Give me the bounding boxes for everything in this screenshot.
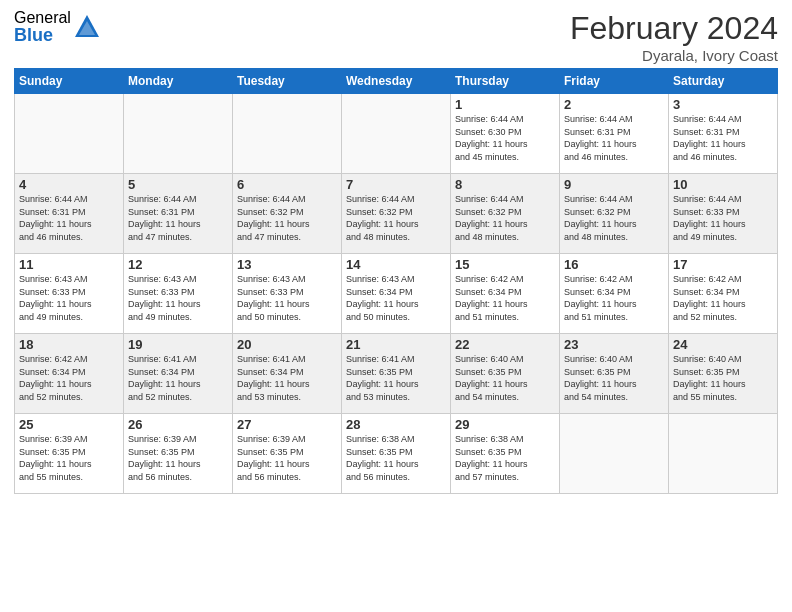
- page: General Blue February 2024 Dyarala, Ivor…: [0, 0, 792, 612]
- calendar-cell: 7Sunrise: 6:44 AM Sunset: 6:32 PM Daylig…: [342, 174, 451, 254]
- day-number: 6: [237, 177, 337, 192]
- calendar-cell: 25Sunrise: 6:39 AM Sunset: 6:35 PM Dayli…: [15, 414, 124, 494]
- day-number: 19: [128, 337, 228, 352]
- day-number: 18: [19, 337, 119, 352]
- day-number: 25: [19, 417, 119, 432]
- calendar-cell: 6Sunrise: 6:44 AM Sunset: 6:32 PM Daylig…: [233, 174, 342, 254]
- calendar-cell: [124, 94, 233, 174]
- day-info: Sunrise: 6:42 AM Sunset: 6:34 PM Dayligh…: [564, 273, 664, 323]
- day-info: Sunrise: 6:44 AM Sunset: 6:32 PM Dayligh…: [455, 193, 555, 243]
- day-number: 24: [673, 337, 773, 352]
- calendar-cell: 11Sunrise: 6:43 AM Sunset: 6:33 PM Dayli…: [15, 254, 124, 334]
- col-friday: Friday: [560, 69, 669, 94]
- week-row-0: 1Sunrise: 6:44 AM Sunset: 6:30 PM Daylig…: [15, 94, 778, 174]
- day-info: Sunrise: 6:41 AM Sunset: 6:35 PM Dayligh…: [346, 353, 446, 403]
- day-number: 11: [19, 257, 119, 272]
- day-info: Sunrise: 6:39 AM Sunset: 6:35 PM Dayligh…: [128, 433, 228, 483]
- day-number: 2: [564, 97, 664, 112]
- calendar-cell: 2Sunrise: 6:44 AM Sunset: 6:31 PM Daylig…: [560, 94, 669, 174]
- calendar-cell: 8Sunrise: 6:44 AM Sunset: 6:32 PM Daylig…: [451, 174, 560, 254]
- day-info: Sunrise: 6:43 AM Sunset: 6:33 PM Dayligh…: [128, 273, 228, 323]
- day-number: 4: [19, 177, 119, 192]
- calendar-cell: [669, 414, 778, 494]
- calendar-cell: 22Sunrise: 6:40 AM Sunset: 6:35 PM Dayli…: [451, 334, 560, 414]
- calendar-cell: 24Sunrise: 6:40 AM Sunset: 6:35 PM Dayli…: [669, 334, 778, 414]
- calendar-cell: 27Sunrise: 6:39 AM Sunset: 6:35 PM Dayli…: [233, 414, 342, 494]
- day-info: Sunrise: 6:40 AM Sunset: 6:35 PM Dayligh…: [564, 353, 664, 403]
- calendar-cell: 17Sunrise: 6:42 AM Sunset: 6:34 PM Dayli…: [669, 254, 778, 334]
- calendar-cell: 21Sunrise: 6:41 AM Sunset: 6:35 PM Dayli…: [342, 334, 451, 414]
- calendar-cell: 13Sunrise: 6:43 AM Sunset: 6:33 PM Dayli…: [233, 254, 342, 334]
- day-number: 23: [564, 337, 664, 352]
- day-number: 26: [128, 417, 228, 432]
- day-info: Sunrise: 6:44 AM Sunset: 6:31 PM Dayligh…: [128, 193, 228, 243]
- day-number: 13: [237, 257, 337, 272]
- day-info: Sunrise: 6:44 AM Sunset: 6:32 PM Dayligh…: [346, 193, 446, 243]
- header: General Blue February 2024 Dyarala, Ivor…: [14, 10, 778, 64]
- day-number: 5: [128, 177, 228, 192]
- day-info: Sunrise: 6:40 AM Sunset: 6:35 PM Dayligh…: [455, 353, 555, 403]
- day-info: Sunrise: 6:39 AM Sunset: 6:35 PM Dayligh…: [237, 433, 337, 483]
- title-area: February 2024 Dyarala, Ivory Coast: [570, 10, 778, 64]
- day-number: 29: [455, 417, 555, 432]
- col-monday: Monday: [124, 69, 233, 94]
- week-row-3: 18Sunrise: 6:42 AM Sunset: 6:34 PM Dayli…: [15, 334, 778, 414]
- week-row-4: 25Sunrise: 6:39 AM Sunset: 6:35 PM Dayli…: [15, 414, 778, 494]
- day-info: Sunrise: 6:38 AM Sunset: 6:35 PM Dayligh…: [455, 433, 555, 483]
- day-info: Sunrise: 6:44 AM Sunset: 6:32 PM Dayligh…: [564, 193, 664, 243]
- calendar-cell: 16Sunrise: 6:42 AM Sunset: 6:34 PM Dayli…: [560, 254, 669, 334]
- day-info: Sunrise: 6:42 AM Sunset: 6:34 PM Dayligh…: [673, 273, 773, 323]
- day-info: Sunrise: 6:41 AM Sunset: 6:34 PM Dayligh…: [128, 353, 228, 403]
- calendar-cell: 12Sunrise: 6:43 AM Sunset: 6:33 PM Dayli…: [124, 254, 233, 334]
- day-info: Sunrise: 6:40 AM Sunset: 6:35 PM Dayligh…: [673, 353, 773, 403]
- col-wednesday: Wednesday: [342, 69, 451, 94]
- calendar-cell: 29Sunrise: 6:38 AM Sunset: 6:35 PM Dayli…: [451, 414, 560, 494]
- calendar-cell: [560, 414, 669, 494]
- day-number: 16: [564, 257, 664, 272]
- day-info: Sunrise: 6:42 AM Sunset: 6:34 PM Dayligh…: [455, 273, 555, 323]
- calendar-cell: 3Sunrise: 6:44 AM Sunset: 6:31 PM Daylig…: [669, 94, 778, 174]
- day-number: 22: [455, 337, 555, 352]
- calendar-cell: 10Sunrise: 6:44 AM Sunset: 6:33 PM Dayli…: [669, 174, 778, 254]
- calendar-cell: 28Sunrise: 6:38 AM Sunset: 6:35 PM Dayli…: [342, 414, 451, 494]
- day-info: Sunrise: 6:44 AM Sunset: 6:32 PM Dayligh…: [237, 193, 337, 243]
- day-info: Sunrise: 6:39 AM Sunset: 6:35 PM Dayligh…: [19, 433, 119, 483]
- calendar-cell: 20Sunrise: 6:41 AM Sunset: 6:34 PM Dayli…: [233, 334, 342, 414]
- day-info: Sunrise: 6:43 AM Sunset: 6:33 PM Dayligh…: [237, 273, 337, 323]
- day-number: 28: [346, 417, 446, 432]
- col-thursday: Thursday: [451, 69, 560, 94]
- day-number: 9: [564, 177, 664, 192]
- calendar-cell: 26Sunrise: 6:39 AM Sunset: 6:35 PM Dayli…: [124, 414, 233, 494]
- day-info: Sunrise: 6:44 AM Sunset: 6:30 PM Dayligh…: [455, 113, 555, 163]
- day-number: 15: [455, 257, 555, 272]
- day-number: 20: [237, 337, 337, 352]
- day-number: 10: [673, 177, 773, 192]
- calendar-cell: 4Sunrise: 6:44 AM Sunset: 6:31 PM Daylig…: [15, 174, 124, 254]
- calendar-cell: [15, 94, 124, 174]
- col-sunday: Sunday: [15, 69, 124, 94]
- logo-icon: [73, 13, 101, 41]
- calendar-cell: 18Sunrise: 6:42 AM Sunset: 6:34 PM Dayli…: [15, 334, 124, 414]
- month-title: February 2024: [570, 10, 778, 47]
- day-info: Sunrise: 6:41 AM Sunset: 6:34 PM Dayligh…: [237, 353, 337, 403]
- logo-area: General Blue: [14, 10, 101, 44]
- calendar-cell: 5Sunrise: 6:44 AM Sunset: 6:31 PM Daylig…: [124, 174, 233, 254]
- day-number: 14: [346, 257, 446, 272]
- day-info: Sunrise: 6:43 AM Sunset: 6:34 PM Dayligh…: [346, 273, 446, 323]
- logo-blue: Blue: [14, 26, 71, 44]
- day-info: Sunrise: 6:44 AM Sunset: 6:33 PM Dayligh…: [673, 193, 773, 243]
- calendar-cell: 15Sunrise: 6:42 AM Sunset: 6:34 PM Dayli…: [451, 254, 560, 334]
- day-number: 12: [128, 257, 228, 272]
- day-info: Sunrise: 6:44 AM Sunset: 6:31 PM Dayligh…: [564, 113, 664, 163]
- week-row-1: 4Sunrise: 6:44 AM Sunset: 6:31 PM Daylig…: [15, 174, 778, 254]
- location: Dyarala, Ivory Coast: [570, 47, 778, 64]
- day-number: 27: [237, 417, 337, 432]
- day-number: 8: [455, 177, 555, 192]
- day-number: 3: [673, 97, 773, 112]
- calendar-table: Sunday Monday Tuesday Wednesday Thursday…: [14, 68, 778, 494]
- calendar-cell: [233, 94, 342, 174]
- calendar-cell: 19Sunrise: 6:41 AM Sunset: 6:34 PM Dayli…: [124, 334, 233, 414]
- day-info: Sunrise: 6:44 AM Sunset: 6:31 PM Dayligh…: [673, 113, 773, 163]
- week-row-2: 11Sunrise: 6:43 AM Sunset: 6:33 PM Dayli…: [15, 254, 778, 334]
- logo-general: General: [14, 10, 71, 26]
